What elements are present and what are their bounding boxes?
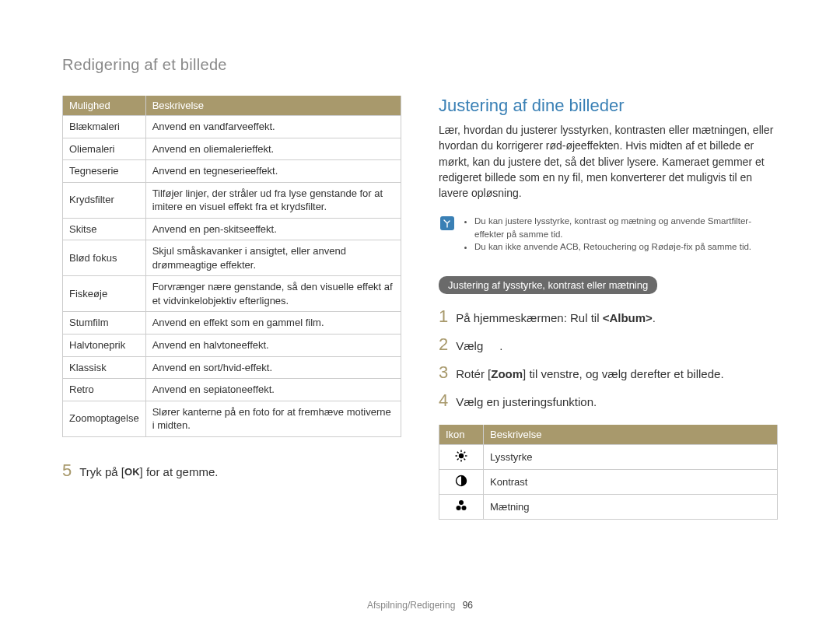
note-box: Du kan justere lysstyrke, kontrast og mæ…: [439, 212, 778, 255]
option-desc: Anvend en effekt som en gammel film.: [145, 312, 401, 335]
option-desc: Anvend en oliemalerieffekt.: [145, 138, 401, 160]
icon-desc: Mætning: [484, 494, 778, 519]
columns: Mulighed Beskrivelse BlækmaleriAnvend en…: [62, 96, 778, 520]
option-name: Klassisk: [63, 356, 146, 379]
svg-line-5: [457, 452, 459, 454]
option-name: Retro: [63, 379, 146, 401]
step-1-text-c: .: [653, 311, 656, 324]
icon-desc: Kontrast: [484, 469, 778, 494]
option-desc: Anvend en pen-skitseeffekt.: [145, 218, 401, 240]
step-5: 5 Tryk på [OK] for at gemme.: [62, 461, 401, 481]
table-row: TegneserieAnvend en tegneserieeffekt.: [63, 160, 401, 183]
option-name: Tegneserie: [63, 160, 146, 183]
option-name: Blækmaleri: [63, 116, 146, 138]
zoom-label: Zoom: [491, 367, 523, 380]
contrast-icon: [439, 469, 484, 494]
steps-list: 1 På hjemmeskærmen: Rul til <Album>. 2 V…: [439, 306, 778, 411]
option-desc: Tilføjer linjer, der stråler ud fra lyse…: [145, 182, 401, 218]
table-row: HalvtoneprikAnvend en halvtoneeffekt.: [63, 335, 401, 357]
table-row: KrydsfilterTilføjer linjer, der stråler …: [63, 182, 401, 218]
icon-desc: Lysstyrke: [484, 444, 778, 469]
step-5-text-after: ] for at gemme.: [140, 465, 219, 478]
step-2-text: Vælg .: [456, 339, 502, 352]
step-3-text-a: Rotér [: [456, 367, 491, 380]
table-row: Kontrast: [439, 469, 778, 494]
option-name: Oliemaleri: [63, 138, 146, 160]
left-column: Mulighed Beskrivelse BlækmaleriAnvend en…: [62, 96, 401, 520]
footer-section: Afspilning/Redigering: [367, 600, 455, 611]
brightness-icon: [439, 444, 484, 469]
icon-header-icon: Ikon: [439, 425, 484, 445]
step-number-4: 4: [439, 391, 448, 411]
step-3: 3 Rotér [Zoom] til venstre, og vælg dere…: [439, 363, 778, 383]
step-1-text: På hjemmeskærmen: Rul til <Album>.: [456, 311, 656, 324]
saturation-icon: [439, 494, 484, 519]
svg-point-10: [459, 500, 464, 505]
info-icon: [440, 216, 454, 230]
step-number-5: 5: [62, 461, 72, 481]
table-row: StumfilmAnvend en effekt som en gammel f…: [63, 312, 401, 335]
step-3-text-c: ] til venstre, og vælg derefter et bille…: [523, 367, 723, 380]
step-2: 2 Vælg .: [439, 335, 778, 355]
icon-table: Ikon Beskrivelse LysstyrkeKontrastMætnin…: [439, 425, 778, 520]
svg-line-8: [464, 452, 465, 454]
option-name: Zoomoptagelse: [63, 401, 146, 436]
option-desc: Slører kanterne på en foto for at fremhæ…: [145, 401, 401, 436]
options-header-option: Mulighed: [63, 96, 146, 116]
options-header-desc: Beskrivelse: [145, 96, 401, 116]
svg-line-6: [464, 458, 465, 460]
ok-icon: OK: [124, 466, 140, 478]
option-desc: Anvend en sort/hvid-effekt.: [145, 356, 401, 379]
step-3-text: Rotér [Zoom] til venstre, og vælg dereft…: [456, 367, 723, 380]
options-tbody: BlækmaleriAnvend en vandfarveeffekt.Olie…: [63, 116, 401, 437]
table-row: RetroAnvend en sepiatoneeffekt.: [63, 379, 401, 401]
right-column: Justering af dine billeder Lær, hvordan …: [439, 96, 778, 520]
option-name: Krydsfilter: [63, 182, 146, 218]
step-4-text: Vælg en justeringsfunktion.: [456, 395, 597, 408]
step-5-text-before: Tryk på [: [79, 465, 124, 478]
step-number-2: 2: [439, 335, 448, 355]
step-number-1: 1: [439, 306, 448, 327]
table-row: Blød fokusSkjul småskavanker i ansigtet,…: [63, 240, 401, 276]
option-name: Fiskeøje: [63, 276, 146, 312]
svg-point-0: [459, 454, 464, 458]
table-row: KlassiskAnvend en sort/hvid-effekt.: [63, 356, 401, 379]
svg-point-12: [462, 506, 467, 510]
step-5-text: Tryk på [OK] for at gemme.: [79, 465, 218, 478]
step-2-text-b: .: [499, 339, 502, 352]
note-item: Du kan justere lysstyrke, kontrast og mæ…: [474, 215, 773, 240]
svg-point-11: [457, 506, 461, 510]
step-number-3: 3: [439, 363, 448, 383]
step-1: 1 På hjemmeskærmen: Rul til <Album>.: [439, 306, 778, 327]
note-list: Du kan justere lysstyrke, kontrast og mæ…: [462, 215, 773, 252]
option-name: Skitse: [63, 218, 146, 240]
option-desc: Anvend en vandfarveeffekt.: [145, 116, 401, 138]
note-item: Du kan ikke anvende ACB, Retouchering og…: [474, 240, 773, 253]
option-desc: Anvend en tegneserieeffekt.: [145, 160, 401, 183]
option-desc: Anvend en sepiatoneeffekt.: [145, 379, 401, 401]
table-row: SkitseAnvend en pen-skitseeffekt.: [63, 218, 401, 240]
svg-line-7: [457, 458, 459, 460]
step-2-text-a: Vælg: [456, 339, 483, 352]
page-title: Redigering af et billede: [62, 56, 778, 74]
option-desc: Forvrænger nære genstande, så den visuel…: [145, 276, 401, 312]
step-4: 4 Vælg en justeringsfunktion.: [439, 391, 778, 411]
section-heading: Justering af dine billeder: [439, 96, 778, 116]
options-table: Mulighed Beskrivelse BlækmaleriAnvend en…: [62, 96, 401, 437]
table-row: OliemaleriAnvend en oliemalerieffekt.: [63, 138, 401, 160]
album-label: <Album>: [603, 311, 653, 324]
step-1-text-a: På hjemmeskærmen: Rul til: [456, 311, 602, 324]
option-name: Halvtoneprik: [63, 335, 146, 357]
table-row: ZoomoptagelseSlører kanterne på en foto …: [63, 401, 401, 436]
option-desc: Anvend en halvtoneeffekt.: [145, 335, 401, 357]
option-name: Blød fokus: [63, 240, 146, 276]
table-row: Lysstyrke: [439, 444, 778, 469]
subheading: Justering af lysstyrke, kontrast eller m…: [439, 276, 657, 294]
intro-paragraph: Lær, hvordan du justerer lysstyrken, kon…: [439, 122, 778, 201]
page: Redigering af et billede Mulighed Beskri…: [0, 0, 840, 634]
table-row: Mætning: [439, 494, 778, 519]
page-footer: Afspilning/Redigering 96: [0, 600, 840, 611]
option-name: Stumfilm: [63, 312, 146, 335]
table-row: FiskeøjeForvrænger nære genstande, så de…: [63, 276, 401, 312]
footer-page-number: 96: [463, 600, 473, 611]
